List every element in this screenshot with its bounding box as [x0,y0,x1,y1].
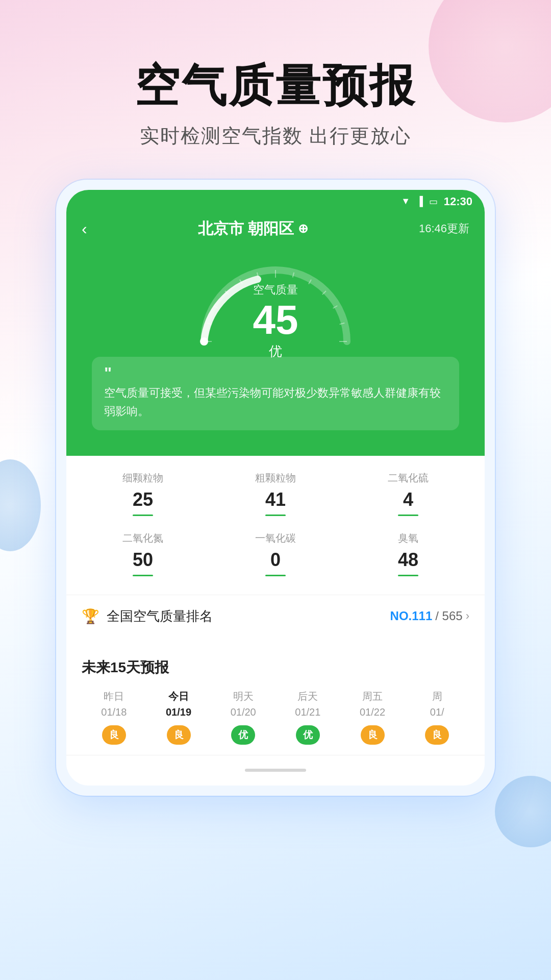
app-header: ‹ 北京市 朝阳区 ⊕ 16:46更新 [66,213,485,250]
quote-marks: " [104,367,447,380]
ranking-section[interactable]: 🏆 全国空气质量排名 NO.111 / 565 › [66,595,485,638]
day-name: 今日 [146,690,211,703]
pollutant-label: 二氧化硫 [347,471,469,485]
pollutant-value: 0 [214,549,337,571]
wifi-icon: ▼ [401,196,410,207]
pollutant-value: 4 [347,489,469,510]
quality-badge: 优 [296,725,320,745]
quote-text: 空气质量可接受，但某些污染物可能对极少数异常敏感人群健康有较弱影响。 [104,384,447,420]
day-name: 明天 [211,690,276,703]
back-button[interactable]: ‹ [82,219,87,238]
header-section: 空气质量预报 实时检测空气指数 出行更放心 [0,0,551,180]
svg-point-13 [200,337,208,346]
quality-badge: 良 [425,725,449,745]
day-date: 01/19 [146,706,211,718]
ranking-label: 全国空气质量排名 [107,607,213,625]
pollutant-item: 粗颗粒物 41 [214,471,337,516]
ranking-highlight: NO.111 [390,609,433,623]
day-date: 01/ [405,706,469,718]
ranking-left: 🏆 全国空气质量排名 [82,607,213,625]
forecast-title: 未来15天预报 [82,658,469,677]
pollutant-value: 41 [214,489,337,510]
pollutant-grid: 细颗粒物 25 粗颗粒物 41 二氧化硫 4 二氧化氮 50 一氧化碳 0 臭氧… [66,456,485,586]
day-date: 01/20 [211,706,276,718]
pollutant-item: 二氧化氮 50 [82,531,204,576]
pollutant-underline [265,575,286,576]
pollutant-item: 一氧化碳 0 [214,531,337,576]
signal-icon: ▐ [416,196,423,207]
forecast-day-item[interactable]: 周 01/ 良 [405,690,469,745]
gauge-value: 45 [253,300,298,340]
pollutant-item: 臭氧 48 [347,531,469,576]
gauge-quality: 优 [253,342,298,360]
pollutant-item: 细颗粒物 25 [82,471,204,516]
pollutant-label: 细颗粒物 [82,471,204,485]
bottom-bar [66,755,485,786]
sub-title: 实时检测空气指数 出行更放心 [0,123,551,149]
battery-icon: ▭ [429,196,438,207]
status-time: 12:30 [444,195,472,208]
forecast-day-item[interactable]: 明天 01/20 优 [211,690,276,745]
pollutant-value: 25 [82,489,204,510]
forecast-days: 昨日 01/18 良 今日 01/19 良 明天 01/20 优 后天 01/2… [82,690,469,745]
update-time: 16:46更新 [419,221,469,236]
quality-badge: 优 [231,725,255,745]
day-date: 01/22 [340,706,405,718]
pollutant-value: 50 [82,549,204,571]
pollutant-underline [398,575,418,576]
day-name: 周五 [340,690,405,703]
forecast-day-item[interactable]: 周五 01/22 良 [340,690,405,745]
day-name: 昨日 [82,690,146,703]
home-indicator [245,769,306,772]
gauge-label: 空气质量 [253,282,298,298]
gauge-container: 空气质量 45 优 [189,255,362,357]
pollutant-label: 粗颗粒物 [214,471,337,485]
gauge-text-overlay: 空气质量 45 优 [253,282,298,360]
pollutant-underline [133,514,153,516]
pollutant-item: 二氧化硫 4 [347,471,469,516]
pollutant-underline [398,514,418,516]
forecast-day-item[interactable]: 昨日 01/18 良 [82,690,146,745]
decorative-blob-right-bottom [495,776,551,847]
main-title: 空气质量预报 [0,61,551,111]
location-text: 北京市 朝阳区 [198,218,294,239]
status-bar: ▼ ▐ ▭ 12:30 [66,190,485,213]
ranking-arrow-icon: › [466,609,469,623]
pollutant-label: 一氧化碳 [214,531,337,545]
phone-mockup: ▼ ▐ ▭ 12:30 ‹ 北京市 朝阳区 ⊕ 16:46更新 [56,180,495,796]
decorative-blob-left [0,459,41,551]
day-date: 01/21 [276,706,340,718]
day-name: 周 [405,690,469,703]
ranking-total: / 565 [435,609,462,623]
forecast-day-item[interactable]: 今日 01/19 良 [146,690,211,745]
pollutant-label: 二氧化氮 [82,531,204,545]
pollutant-value: 48 [347,549,469,571]
day-name: 后天 [276,690,340,703]
quote-section: " 空气质量可接受，但某些污染物可能对极少数异常敏感人群健康有较弱影响。 [92,357,459,430]
quality-badge: 良 [102,725,126,745]
quality-badge: 良 [167,725,191,745]
forecast-section: 未来15天预报 昨日 01/18 良 今日 01/19 良 明天 01/20 优… [66,646,485,755]
pollutant-underline [133,575,153,576]
quality-badge: 良 [361,725,385,745]
pollutant-label: 臭氧 [347,531,469,545]
ranking-right: NO.111 / 565 › [390,609,469,623]
pollutant-underline [265,514,286,516]
trophy-icon: 🏆 [82,608,99,625]
day-date: 01/18 [82,706,146,718]
gauge-section: 空气质量 45 优 " 空气质量可接受，但某些污染物可能对极少数异常敏感人群健康… [66,250,485,456]
forecast-day-item[interactable]: 后天 01/21 优 [276,690,340,745]
location-icon: ⊕ [298,222,308,236]
location-title: 北京市 朝阳区 ⊕ [198,218,308,239]
phone-screen: ▼ ▐ ▭ 12:30 ‹ 北京市 朝阳区 ⊕ 16:46更新 [66,190,485,786]
